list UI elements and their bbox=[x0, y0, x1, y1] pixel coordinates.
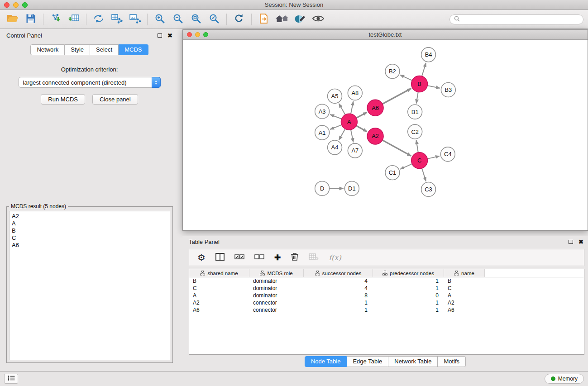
import-network-button[interactable] bbox=[47, 11, 65, 28]
graph-node-A2[interactable]: A2 bbox=[367, 128, 383, 144]
graph-edge-A-A7[interactable] bbox=[351, 130, 354, 143]
graph-edge-B-B2[interactable] bbox=[400, 75, 412, 81]
graph-node-A8[interactable]: A8 bbox=[348, 86, 362, 100]
network-canvas[interactable]: B4B2BB3A5A8A6A3AB1A1A2C2A4A7C4CC1DD1C3 bbox=[183, 40, 588, 230]
zoom-selected-button[interactable] bbox=[205, 11, 223, 28]
show-hide-button[interactable] bbox=[309, 11, 327, 28]
graph-node-A1[interactable]: A1 bbox=[315, 125, 330, 140]
column-header-MCDS-role[interactable]: MCDS role bbox=[249, 269, 304, 277]
close-panel-button[interactable]: Close panel bbox=[92, 94, 138, 105]
graph-edge-A-A3[interactable] bbox=[330, 114, 341, 119]
column-header-name[interactable]: name bbox=[444, 269, 485, 277]
result-item[interactable]: A6 bbox=[12, 242, 167, 249]
graph-edge-C-C3[interactable] bbox=[422, 168, 426, 181]
graph-edge-C-C2[interactable] bbox=[416, 140, 418, 152]
graph-node-A7[interactable]: A7 bbox=[348, 143, 362, 158]
close-table-panel-icon[interactable]: ✖ bbox=[578, 239, 583, 245]
network-window-titlebar[interactable]: testGlobe.txt bbox=[183, 30, 588, 40]
tab-select[interactable]: Select bbox=[90, 44, 119, 55]
result-item[interactable]: C bbox=[12, 234, 167, 242]
graph-node-B1[interactable]: B1 bbox=[408, 105, 422, 119]
graph-node-A4[interactable]: A4 bbox=[328, 140, 342, 155]
graph-node-B4[interactable]: B4 bbox=[421, 48, 436, 62]
column-header-successor-nodes[interactable]: successor nodes bbox=[304, 269, 373, 277]
add-column-button[interactable]: ✚ bbox=[274, 254, 281, 262]
graph-node-A3[interactable]: A3 bbox=[315, 104, 330, 119]
delete-column-button[interactable] bbox=[291, 252, 299, 263]
column-header-shared-name[interactable]: shared name bbox=[189, 269, 249, 277]
float-panel-icon[interactable] bbox=[158, 33, 162, 38]
graph-node-A5[interactable]: A5 bbox=[328, 89, 342, 103]
refresh-layout-button[interactable] bbox=[230, 11, 248, 28]
graph-node-B[interactable]: B bbox=[411, 76, 428, 92]
column-header-predecessor-nodes[interactable]: predecessor nodes bbox=[373, 269, 444, 277]
graph-edge-B-B4[interactable] bbox=[422, 63, 426, 76]
tab-network[interactable]: Network bbox=[30, 44, 65, 55]
save-session-button[interactable] bbox=[22, 11, 40, 28]
optimization-criterion-dropdown[interactable]: largest connected component (directed) ▴… bbox=[19, 77, 161, 88]
delete-table-button[interactable] bbox=[309, 253, 319, 262]
graph-edge-B-B3[interactable] bbox=[427, 86, 440, 88]
close-panel-icon[interactable]: ✖ bbox=[167, 33, 172, 38]
tab-style[interactable]: Style bbox=[65, 44, 90, 55]
graph-node-C1[interactable]: C1 bbox=[385, 166, 400, 180]
graph-node-C3[interactable]: C3 bbox=[421, 182, 436, 197]
minimize-window-button[interactable] bbox=[13, 2, 19, 8]
home-button[interactable] bbox=[273, 11, 291, 28]
graph-node-A6[interactable]: A6 bbox=[367, 100, 383, 116]
graph-node-C2[interactable]: C2 bbox=[408, 124, 422, 139]
document-export-button[interactable] bbox=[255, 11, 273, 28]
tab-mcds[interactable]: MCDS bbox=[119, 44, 148, 55]
graph-edge-A-A6[interactable] bbox=[356, 112, 367, 118]
select-all-button[interactable] bbox=[234, 253, 244, 262]
table-row[interactable]: A2connector11A2 bbox=[189, 299, 584, 306]
fullscreen-window-button[interactable] bbox=[22, 2, 28, 8]
style-preview-button[interactable] bbox=[291, 11, 309, 28]
graph-node-D1[interactable]: D1 bbox=[344, 181, 359, 196]
float-table-panel-icon[interactable] bbox=[569, 240, 573, 244]
deselect-all-button[interactable] bbox=[254, 253, 264, 262]
network-arrows-button[interactable] bbox=[90, 11, 108, 28]
graph-edge-A-A1[interactable] bbox=[330, 125, 342, 129]
tab-node-table[interactable]: Node Table bbox=[305, 356, 347, 367]
zoom-network-window-button[interactable] bbox=[203, 32, 208, 37]
graph-node-B3[interactable]: B3 bbox=[441, 83, 455, 97]
graph-edge-A6-B[interactable] bbox=[382, 88, 411, 104]
graph-edge-A-A8[interactable] bbox=[351, 101, 354, 114]
graph-node-D[interactable]: D bbox=[315, 181, 330, 196]
show-columns-button[interactable] bbox=[215, 253, 225, 262]
graph-edge-A-A2[interactable] bbox=[356, 126, 367, 132]
graph-node-C[interactable]: C bbox=[411, 152, 428, 169]
table-settings-button[interactable]: ⚙ bbox=[197, 253, 206, 262]
mcds-result-list[interactable]: A2ABCA6 bbox=[9, 211, 170, 360]
zoom-in-button[interactable] bbox=[151, 11, 169, 28]
memory-button[interactable]: Memory bbox=[545, 374, 584, 384]
close-window-button[interactable] bbox=[4, 2, 10, 8]
graph-edge-A-A4[interactable] bbox=[339, 129, 345, 140]
function-builder-button[interactable]: f(x) bbox=[329, 253, 341, 262]
network-table-button[interactable] bbox=[108, 11, 126, 28]
zoom-out-button[interactable] bbox=[169, 11, 187, 28]
result-item[interactable]: A2 bbox=[12, 213, 167, 220]
tab-motifs[interactable]: Motifs bbox=[438, 356, 466, 367]
graph-edge-A-A5[interactable] bbox=[339, 104, 345, 115]
search-box[interactable] bbox=[449, 14, 583, 24]
table-row[interactable]: Cdominator41C bbox=[189, 285, 584, 292]
table-row[interactable]: A6connector11A6 bbox=[189, 306, 584, 314]
table-row[interactable]: Bdominator41B bbox=[189, 277, 584, 285]
network-image-button[interactable] bbox=[126, 11, 144, 28]
result-item[interactable]: B bbox=[12, 227, 167, 234]
graph-node-C4[interactable]: C4 bbox=[440, 147, 455, 162]
zoom-fit-button[interactable] bbox=[187, 11, 205, 28]
run-mcds-button[interactable]: Run MCDS bbox=[41, 94, 85, 105]
graph-edge-B-B1[interactable] bbox=[416, 92, 418, 103]
minimize-network-window-button[interactable] bbox=[195, 32, 200, 37]
open-session-button[interactable] bbox=[4, 11, 22, 28]
close-network-window-button[interactable] bbox=[187, 32, 192, 37]
table-row[interactable]: Adominator80A bbox=[189, 292, 584, 299]
task-history-button[interactable] bbox=[4, 374, 18, 384]
tab-network-table[interactable]: Network Table bbox=[388, 356, 438, 367]
search-input[interactable] bbox=[462, 16, 579, 23]
result-item[interactable]: A bbox=[12, 220, 167, 227]
graph-node-A[interactable]: A bbox=[341, 114, 357, 130]
